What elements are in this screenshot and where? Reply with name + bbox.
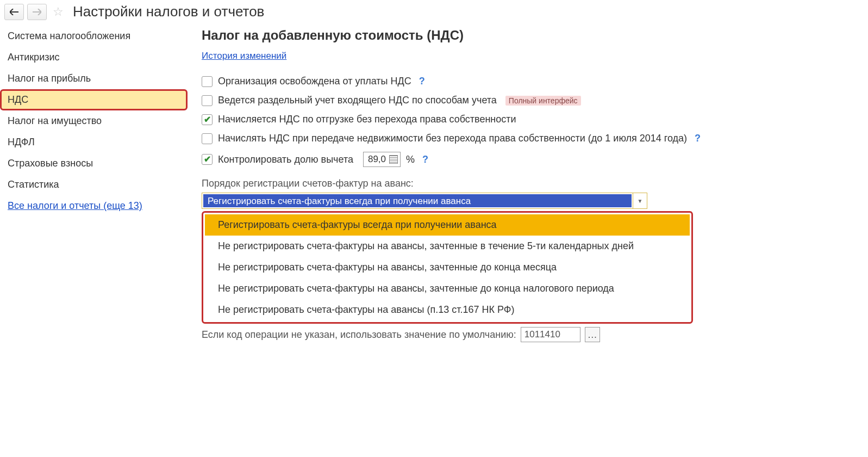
sidebar-item-nds[interactable]: НДС bbox=[0, 89, 188, 110]
label-control: Контролировать долю вычета bbox=[218, 154, 353, 165]
combo-label: Порядок регистрации счетов-фактур на ава… bbox=[202, 178, 857, 189]
toolbar: ☆ Настройки налогов и отчетов bbox=[0, 0, 868, 23]
sidebar-item-anticrisis[interactable]: Антикризис bbox=[0, 47, 188, 68]
sidebar-item-tax-system[interactable]: Система налогообложения bbox=[0, 26, 188, 47]
forward-button[interactable] bbox=[27, 4, 47, 20]
advance-invoice-combo[interactable]: Регистрировать счета-фактуры всегда при … bbox=[202, 193, 647, 209]
checkbox-separate[interactable] bbox=[202, 95, 213, 106]
help-icon[interactable]: ? bbox=[419, 76, 425, 87]
combo-dropdown-button[interactable]: ▼ bbox=[633, 193, 647, 208]
sidebar: Система налогообложения Антикризис Налог… bbox=[0, 23, 188, 217]
dropdown-option[interactable]: Регистрировать счета-фактуры всегда при … bbox=[205, 214, 690, 236]
percent-sign: % bbox=[406, 154, 415, 165]
help-icon[interactable]: ? bbox=[422, 154, 428, 165]
sidebar-all-link: Все налоги и отчеты (еще 13) bbox=[0, 195, 188, 217]
help-icon[interactable]: ? bbox=[695, 133, 701, 144]
arrow-right-icon bbox=[33, 9, 41, 15]
default-code-value: 1011410 bbox=[524, 329, 560, 340]
dropdown-option[interactable]: Не регистрировать счета-фактуры на аванс… bbox=[205, 278, 690, 299]
history-link[interactable]: История изменений bbox=[202, 51, 286, 61]
sidebar-item-statistics[interactable]: Статистика bbox=[0, 174, 188, 195]
chevron-down-icon: ▼ bbox=[638, 198, 643, 204]
dropdown-option[interactable]: Не регистрировать счета-фактуры на аванс… bbox=[205, 236, 690, 257]
calculator-icon[interactable] bbox=[389, 155, 398, 164]
sidebar-item-insurance[interactable]: Страховые взносы bbox=[0, 153, 188, 174]
percent-input[interactable]: 89,0 bbox=[363, 152, 401, 167]
default-code-input[interactable]: 1011410 bbox=[521, 327, 580, 342]
star-icon: ☆ bbox=[53, 5, 64, 19]
sidebar-item-ndfl[interactable]: НДФЛ bbox=[0, 132, 188, 153]
arrow-left-icon bbox=[10, 9, 18, 15]
all-taxes-link[interactable]: Все налоги и отчеты (еще 13) bbox=[8, 200, 142, 211]
dropdown-option[interactable]: Не регистрировать счета-фактуры на аванс… bbox=[205, 257, 690, 278]
label-shipment: Начисляется НДС по отгрузке без перехода… bbox=[218, 114, 516, 125]
advance-invoice-dropdown: Регистрировать счета-фактуры всегда при … bbox=[202, 211, 693, 324]
favorite-button[interactable]: ☆ bbox=[50, 4, 66, 20]
label-separate: Ведется раздельный учет входящего НДС по… bbox=[218, 95, 497, 106]
choose-button[interactable]: … bbox=[585, 327, 600, 342]
default-code-label: Если код операции не указан, использоват… bbox=[202, 329, 516, 341]
percent-value: 89,0 bbox=[368, 154, 386, 165]
badge-full-interface: Полный интерфейс bbox=[505, 96, 581, 106]
checkbox-control[interactable] bbox=[202, 154, 213, 165]
dropdown-option[interactable]: Не регистрировать счета-фактуры на аванс… bbox=[205, 299, 690, 320]
sidebar-item-property-tax[interactable]: Налог на имущество bbox=[0, 110, 188, 132]
label-realestate: Начислять НДС при передаче недвижимости … bbox=[218, 133, 687, 144]
checkbox-exempt[interactable] bbox=[202, 76, 213, 87]
section-title: Налог на добавленную стоимость (НДС) bbox=[202, 28, 857, 43]
label-exempt: Организация освобождена от уплаты НДС bbox=[218, 76, 411, 87]
checkbox-shipment[interactable] bbox=[202, 114, 213, 125]
checkbox-realestate[interactable] bbox=[202, 133, 213, 144]
ellipsis-icon: … bbox=[588, 329, 597, 341]
main-panel: Налог на добавленную стоимость (НДС) Ист… bbox=[188, 23, 868, 353]
page-title: Настройки налогов и отчетов bbox=[73, 3, 264, 20]
sidebar-item-profit-tax[interactable]: Налог на прибыль bbox=[0, 68, 188, 89]
back-button[interactable] bbox=[4, 4, 24, 20]
combo-selected-text: Регистрировать счета-фактуры всегда при … bbox=[203, 194, 632, 207]
